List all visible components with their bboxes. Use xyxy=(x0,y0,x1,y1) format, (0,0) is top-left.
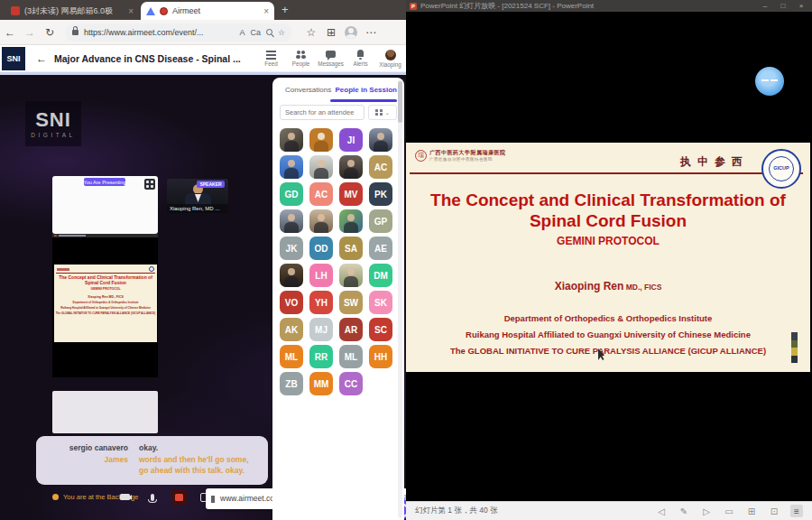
attendee-initials-ar[interactable]: AR xyxy=(339,318,363,341)
mini-hospital-logo xyxy=(57,268,69,271)
attendee-initials-vo[interactable]: VO xyxy=(280,291,303,314)
attendee-initials-ml[interactable]: ML xyxy=(339,345,363,368)
mini-seal-icon xyxy=(149,266,154,272)
sni-logo[interactable]: SNI xyxy=(2,47,25,70)
attendee-initials-ac[interactable]: AC xyxy=(309,182,333,206)
gicup-seal-icon: GICUP xyxy=(761,149,801,189)
attendee-initials-sw[interactable]: SW xyxy=(339,291,363,314)
tile-options-icon[interactable] xyxy=(144,179,155,190)
view-toggle-button[interactable]: ⌄ xyxy=(368,105,397,120)
attendee-initials-dm[interactable]: DM xyxy=(369,264,392,287)
browser-tab-airmeet[interactable]: Airmeet × xyxy=(141,2,274,20)
caption-speaker-name: sergio canavero xyxy=(45,443,128,453)
attendee-search-input[interactable] xyxy=(280,105,364,120)
edge-overlay-strip xyxy=(791,332,798,363)
captions-card: sergio canavero okay. James words and th… xyxy=(36,436,268,485)
nav-item-alerts[interactable]: Alerts xyxy=(348,50,373,68)
airmeet-nav: FeedPeopleMessagesAlertsXiaoping xyxy=(259,50,406,68)
attendee-initials-sa[interactable]: SA xyxy=(339,237,363,260)
previous-slide-icon[interactable]: ◁ xyxy=(655,505,668,517)
caption-row: sergio canavero okay. xyxy=(45,443,259,453)
tab-close-icon[interactable]: × xyxy=(263,6,269,16)
attendee-photo-white-coat[interactable] xyxy=(309,155,333,179)
attendee-initials-mv[interactable]: MV xyxy=(339,182,363,206)
attendee-initials-mj[interactable]: MJ xyxy=(309,318,333,341)
nav-item-people[interactable]: People xyxy=(289,50,313,68)
see-all-slides-icon[interactable]: ▭ xyxy=(723,505,735,517)
microphone-toggle-icon[interactable] xyxy=(144,489,160,505)
profile-avatar[interactable] xyxy=(345,26,357,39)
favorites-bar-icon[interactable]: ☆ xyxy=(301,26,321,39)
attendee-initials-rr[interactable]: RR xyxy=(309,345,333,368)
grid-view-icon xyxy=(375,109,383,116)
settings-menu-icon[interactable]: ⋯ xyxy=(361,26,381,39)
attendee-photo-glasses-books[interactable] xyxy=(280,264,303,287)
browser-tab-mail[interactable]: (3封未读) 网易邮箱6.0极 × xyxy=(5,2,139,20)
more-options-icon[interactable]: ≡ xyxy=(790,505,803,517)
attendee-initials-hh[interactable]: HH xyxy=(369,345,392,368)
next-slide-icon[interactable]: ▷ xyxy=(700,505,713,517)
screen-share-active-icon[interactable] xyxy=(171,489,187,505)
attendee-photo-asian-man[interactable] xyxy=(280,155,303,179)
nav-item-xiaoping[interactable]: Xiaoping xyxy=(378,50,402,68)
favorite-star-icon[interactable]: ☆ xyxy=(278,28,285,37)
attendee-initials-yh[interactable]: YH xyxy=(309,291,333,314)
attendee-initials-lh[interactable]: LH xyxy=(309,264,333,287)
attendee-initials-zb[interactable]: ZB xyxy=(280,372,303,395)
browser-toolbar: ← → ↻ https://www.airmeet.com/event/... … xyxy=(0,20,406,45)
refresh-button[interactable]: ↻ xyxy=(40,26,60,39)
attendee-photo-gray-suit[interactable] xyxy=(280,209,303,233)
attendee-initials-ac[interactable]: AC xyxy=(369,155,392,179)
attendee-initials-pk[interactable]: PK xyxy=(369,182,392,206)
nav-label: Messages xyxy=(318,60,344,67)
close-button[interactable]: × xyxy=(794,2,808,10)
attendee-initials-ml[interactable]: ML xyxy=(280,345,303,368)
attendee-photo-woman-glasses[interactable] xyxy=(339,209,363,233)
translate-icon[interactable]: Ca xyxy=(250,28,261,37)
back-button[interactable]: ← xyxy=(0,26,20,39)
read-aloud-icon[interactable]: A xyxy=(239,28,245,37)
attendee-initials-gp[interactable]: GP xyxy=(369,209,392,233)
panel-scrollbar[interactable] xyxy=(398,79,402,518)
camera-toggle-icon[interactable] xyxy=(117,489,133,505)
attendee-initials-mm[interactable]: MM xyxy=(309,372,333,395)
tab-people-in-session[interactable]: People in Session xyxy=(336,86,397,94)
tab-close-icon[interactable]: × xyxy=(128,6,134,16)
new-tab-button[interactable]: + xyxy=(281,3,289,16)
webcam-bubble[interactable] xyxy=(755,67,784,96)
attendee-initials-ak[interactable]: AK xyxy=(280,318,303,341)
lock-icon xyxy=(72,30,78,35)
people-icon xyxy=(296,50,306,60)
maximize-button[interactable]: □ xyxy=(776,2,790,10)
attendee-initials-sc[interactable]: SC xyxy=(369,318,392,341)
address-bar[interactable]: https://www.airmeet.com/event/... A Ca ☆ xyxy=(65,23,292,42)
minimize-button[interactable]: – xyxy=(758,2,772,10)
url-text[interactable]: https://www.airmeet.com/event/... xyxy=(84,28,234,37)
attendee-photo-elder-suit[interactable] xyxy=(339,155,363,179)
attendee-initials-jk[interactable]: JK xyxy=(280,237,303,260)
camera-tile[interactable] xyxy=(52,391,158,433)
attendee-photo-man-suit[interactable] xyxy=(369,128,392,152)
tab-conversations[interactable]: Conversations xyxy=(285,86,331,94)
attendee-photo-statue[interactable] xyxy=(309,128,333,152)
attendee-initials-ji[interactable]: JI xyxy=(339,128,363,152)
attendee-initials-ae[interactable]: AE xyxy=(369,237,392,260)
attendee-initials-cc[interactable]: CC xyxy=(339,372,363,395)
attendee-initials-gd[interactable]: GD xyxy=(280,182,303,206)
scrollbar-thumb[interactable] xyxy=(398,81,402,123)
airmeet-back-button[interactable]: ← xyxy=(36,52,47,65)
attendee-photo-woman-dark[interactable] xyxy=(280,128,303,152)
stage-top-divider xyxy=(0,72,406,75)
attendee-photo-man-dog[interactable] xyxy=(339,264,363,287)
nav-item-messages[interactable]: Messages xyxy=(318,50,343,68)
subtitles-icon[interactable]: ⊡ xyxy=(768,505,780,517)
attendee-photo-red-tie[interactable] xyxy=(309,209,333,233)
pen-tool-icon[interactable]: ✎ xyxy=(678,505,690,517)
pause-share-icon[interactable] xyxy=(211,496,215,503)
search-icon[interactable] xyxy=(266,29,272,35)
nav-item-feed[interactable]: Feed xyxy=(259,50,283,68)
attendee-initials-od[interactable]: OD xyxy=(309,237,333,260)
zoom-slide-icon[interactable]: ⊞ xyxy=(745,505,758,517)
collections-icon[interactable]: ⊞ xyxy=(321,26,341,39)
attendee-initials-sk[interactable]: SK xyxy=(369,291,392,314)
